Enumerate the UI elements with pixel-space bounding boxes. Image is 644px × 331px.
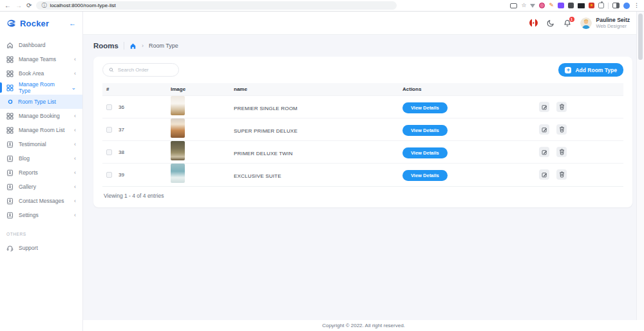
browser-reload-icon[interactable]: ⟳ <box>26 3 32 9</box>
toolbar-divider <box>608 3 609 9</box>
extension-purple-icon[interactable] <box>558 3 564 8</box>
col-header-image: Image <box>167 83 230 96</box>
sidebar-item-reports[interactable]: Reports ‹ <box>0 166 82 180</box>
add-room-type-button[interactable]: + Add Room Type <box>558 63 623 77</box>
browser-menu-icon[interactable]: ⋮ <box>634 3 639 8</box>
sidebar-item-dashboard[interactable]: Dashboard <box>0 38 82 52</box>
side-panel-icon[interactable] <box>612 3 620 8</box>
title-divider <box>124 42 124 50</box>
copyright-text: Copyright © 2022. All right reserved. <box>322 323 405 328</box>
dot-icon <box>8 99 13 104</box>
table-row: 36 PREMIER SINGLE ROOM View Details <box>102 96 623 118</box>
app-window: Rocker ← Dashboard Manage Teams ‹ Book A… <box>0 12 644 331</box>
view-details-button[interactable]: View Details <box>402 170 448 181</box>
chevron-left-icon: ‹ <box>74 113 76 119</box>
trash-icon <box>559 149 565 155</box>
sidebar-item-label: Blog <box>19 155 30 162</box>
sidebar-item-contact-messages[interactable]: Contact Messages ‹ <box>0 194 82 208</box>
delete-button[interactable] <box>556 169 567 180</box>
room-image <box>171 118 185 138</box>
search-input[interactable] <box>118 67 173 73</box>
person-card-icon <box>6 198 14 205</box>
sidebar-item-settings[interactable]: Settings ‹ <box>0 208 82 222</box>
row-checkbox[interactable] <box>106 127 112 133</box>
extension-navy-icon[interactable] <box>578 3 585 8</box>
chevron-left-icon: ‹ <box>74 198 76 204</box>
sidebar-item-label: Settings <box>19 212 39 218</box>
site-info-icon[interactable]: ⓘ <box>41 3 46 8</box>
extension-pencil-icon[interactable]: ✎ <box>549 3 554 8</box>
chevron-left-icon: ‹ <box>74 71 76 77</box>
sidebar-item-label: Manage Teams <box>19 56 56 62</box>
user-name: Pauline Seitz <box>596 17 630 23</box>
edit-button[interactable] <box>539 169 549 180</box>
row-checkbox[interactable] <box>106 104 112 110</box>
notification-badge: 1 <box>569 17 574 22</box>
row-id: 38 <box>118 149 124 155</box>
breadcrumb-separator-icon: › <box>142 43 144 49</box>
edit-button[interactable] <box>539 124 549 135</box>
trash-icon <box>559 104 565 110</box>
search-box[interactable] <box>102 63 179 77</box>
view-details-button[interactable]: View Details <box>402 102 448 113</box>
row-id: 39 <box>118 172 124 178</box>
delete-button[interactable] <box>556 124 567 135</box>
sidebar: Rocker ← Dashboard Manage Teams ‹ Book A… <box>0 12 83 331</box>
page-title: Rooms <box>93 42 118 50</box>
room-name: SUPER PRIMER DELUXE <box>234 128 298 134</box>
row-checkbox[interactable] <box>106 172 112 178</box>
sidebar-item-label: Room Type List <box>18 99 56 105</box>
grid-icon <box>6 70 14 77</box>
extension-star-icon[interactable]: ★ <box>589 3 594 8</box>
sidebar-item-label: Dashboard <box>19 42 46 48</box>
extensions-puzzle-icon[interactable] <box>598 3 604 8</box>
language-flag-icon[interactable] <box>529 19 538 27</box>
notifications-button[interactable]: 1 <box>564 19 571 27</box>
room-name: EXCLUSIVE SUITE <box>234 173 281 179</box>
browser-back-icon[interactable]: ← <box>5 3 11 9</box>
sidebar-collapse-icon[interactable]: ← <box>69 20 76 27</box>
card-toolbar: + Add Room Type <box>102 62 623 83</box>
sidebar-item-manage-room-type[interactable]: Manage Room Type ⌄ <box>0 80 82 95</box>
page-content: Rooms › Room Type + Add Room Type <box>83 35 644 331</box>
breadcrumb: Rooms › Room Type <box>83 35 644 55</box>
row-checkbox[interactable] <box>106 149 112 155</box>
sidebar-item-testimonial[interactable]: Testimonial ‹ <box>0 137 82 151</box>
col-header-id: # <box>102 83 167 96</box>
user-menu[interactable]: Pauline Seitz Web Designer <box>580 17 630 29</box>
browser-forward-icon[interactable]: → <box>15 3 22 9</box>
breadcrumb-home-icon[interactable] <box>129 43 137 50</box>
edit-button[interactable] <box>539 147 549 157</box>
scrollbar-thumb[interactable] <box>638 14 643 60</box>
bookmark-card-icon[interactable] <box>510 3 517 8</box>
address-bar[interactable]: ⓘ localhost:8000/room-type-list <box>36 1 397 10</box>
grid-icon <box>6 56 14 63</box>
sidebar-item-manage-room-list[interactable]: Manage Room List ‹ <box>0 123 82 137</box>
sidebar-item-room-type-list[interactable]: Room Type List <box>0 95 82 109</box>
browser-toolbar: ← → ⟳ ⓘ localhost:8000/room-type-list ☆ … <box>0 0 644 12</box>
view-details-button[interactable]: View Details <box>402 147 448 158</box>
person-card-icon <box>6 141 14 148</box>
sidebar-item-blog[interactable]: Blog ‹ <box>0 151 82 166</box>
room-type-card: + Add Room Type # Image name Actions <box>93 57 632 207</box>
sidebar-item-gallery[interactable]: Gallery ‹ <box>0 180 82 194</box>
url-text[interactable]: localhost:8000/room-type-list <box>50 3 115 8</box>
chevron-left-icon: ‹ <box>74 170 76 176</box>
sidebar-item-manage-teams[interactable]: Manage Teams ‹ <box>0 52 82 66</box>
edit-icon <box>542 104 547 110</box>
browser-profile-icon[interactable] <box>623 3 630 9</box>
view-details-button[interactable]: View Details <box>402 125 448 136</box>
sidebar-item-support[interactable]: Support <box>0 241 82 255</box>
dark-mode-toggle[interactable] <box>547 19 554 27</box>
delete-button[interactable] <box>556 147 567 157</box>
edit-button[interactable] <box>539 102 549 112</box>
scrollbar[interactable] <box>636 12 644 320</box>
top-header: 1 Pauline Seitz Web Designer <box>83 12 644 35</box>
delete-button[interactable] <box>556 102 567 112</box>
extension-dark-icon[interactable] <box>568 3 574 8</box>
sidebar-item-manage-booking[interactable]: Manage Booking ‹ <box>0 109 82 123</box>
extension-funnel-icon[interactable] <box>530 4 535 8</box>
bookmark-star-icon[interactable]: ☆ <box>521 3 526 8</box>
sidebar-item-book-area[interactable]: Book Area ‹ <box>0 66 82 80</box>
extension-pink-icon[interactable] <box>539 3 545 8</box>
